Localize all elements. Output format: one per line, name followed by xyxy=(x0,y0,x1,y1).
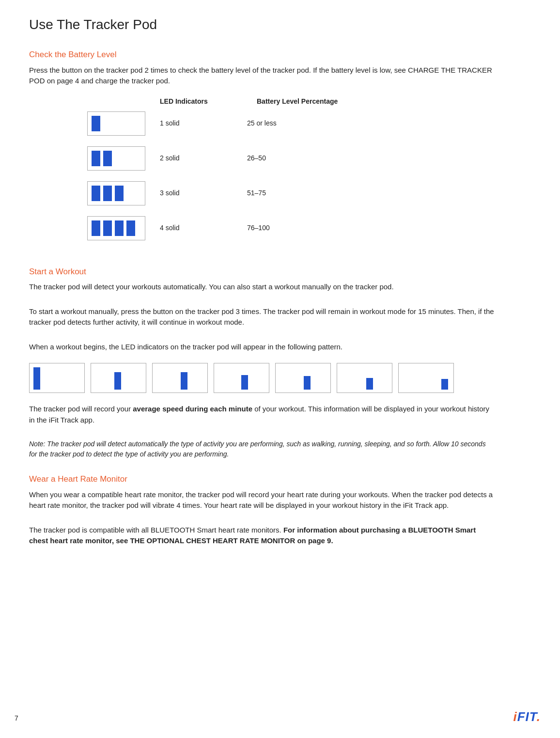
led-indicator-4 xyxy=(87,216,145,240)
battery-table-header: LED Indicators Battery Level Percentage xyxy=(87,96,392,107)
anim-dot xyxy=(241,375,248,390)
pct-label-1: 25 or less xyxy=(247,118,344,128)
workout-para2: To start a workout manually, press the b… xyxy=(29,306,494,328)
led-dot xyxy=(115,220,124,236)
anim-dot xyxy=(33,367,40,390)
anim-dot xyxy=(114,372,121,390)
battery-row-4: 4 solid 76–100 xyxy=(87,216,392,240)
battery-row-1: 1 solid 25 or less xyxy=(87,111,392,136)
led-dot xyxy=(92,220,100,236)
anim-box-1 xyxy=(29,363,85,393)
ifit-logo-fi: FIT xyxy=(517,709,537,724)
anim-box-6 xyxy=(337,363,392,393)
anim-box-5 xyxy=(275,363,331,393)
anim-box-3 xyxy=(152,363,208,393)
workout-para1: The tracker pod will detect your workout… xyxy=(29,282,494,293)
led-dot xyxy=(92,151,100,166)
led-col-spacer xyxy=(87,96,160,107)
heart-rate-section-title: Wear a Heart Rate Monitor xyxy=(29,473,541,486)
workout-section-title: Start a Workout xyxy=(29,266,541,278)
led-dot xyxy=(92,186,100,201)
ifit-logo: iFIT. xyxy=(513,707,541,726)
led-dot xyxy=(103,151,112,166)
anim-box-2 xyxy=(91,363,146,393)
heart-rate-para1: When you wear a compatible heart rate mo… xyxy=(29,489,494,511)
led-dot xyxy=(103,220,112,236)
led-indicator-3 xyxy=(87,181,145,205)
workout-para4-bold: average speed during each minute xyxy=(133,405,252,413)
heart-rate-para2-normal: The tracker pod is compatible with all B… xyxy=(29,526,283,534)
workout-animation xyxy=(29,363,541,393)
battery-section-title: Check the Battery Level xyxy=(29,48,541,61)
led-dot xyxy=(126,220,135,236)
led-label-2: 2 solid xyxy=(160,153,247,163)
pct-label-4: 76–100 xyxy=(247,223,344,233)
anim-box-4 xyxy=(214,363,269,393)
pct-label-2: 26–50 xyxy=(247,153,344,163)
workout-para4-normal: The tracker pod will record your xyxy=(29,405,133,413)
col-led-header: LED Indicators xyxy=(160,96,257,107)
battery-table: LED Indicators Battery Level Percentage … xyxy=(87,96,392,251)
led-label-4: 4 solid xyxy=(160,223,247,233)
page-title: Use The Tracker Pod xyxy=(29,15,541,35)
workout-note: Note: The tracker pod will detect automa… xyxy=(29,439,489,459)
led-dot xyxy=(115,186,124,201)
led-dot xyxy=(103,186,112,201)
led-label-1: 1 solid xyxy=(160,118,247,128)
anim-dot xyxy=(181,372,187,390)
workout-section: Start a Workout The tracker pod will det… xyxy=(29,266,541,460)
battery-row-2: 2 solid 26–50 xyxy=(87,146,392,171)
battery-section: Check the Battery Level Press the button… xyxy=(29,48,541,251)
heart-rate-section: Wear a Heart Rate Monitor When you wear … xyxy=(29,473,541,547)
led-label-3: 3 solid xyxy=(160,188,247,198)
workout-para4: The tracker pod will record your average… xyxy=(29,404,494,425)
led-indicator-2 xyxy=(87,146,145,171)
anim-dot xyxy=(366,378,373,390)
anim-dot xyxy=(441,379,448,390)
battery-row-3: 3 solid 51–75 xyxy=(87,181,392,205)
workout-para3: When a workout begins, the LED indicator… xyxy=(29,342,494,353)
heart-rate-para2: The tracker pod is compatible with all B… xyxy=(29,525,494,547)
page-number: 7 xyxy=(15,713,18,723)
ifit-logo-text: i xyxy=(513,709,517,724)
battery-description: Press the button on the tracker pod 2 ti… xyxy=(29,65,494,87)
col-pct-header: Battery Level Percentage xyxy=(257,96,392,107)
pct-label-3: 51–75 xyxy=(247,188,344,198)
anim-dot xyxy=(304,376,311,390)
anim-box-7 xyxy=(398,363,454,393)
led-dot xyxy=(92,116,100,131)
led-indicator-1 xyxy=(87,111,145,136)
ifit-logo-dot: . xyxy=(537,709,541,724)
